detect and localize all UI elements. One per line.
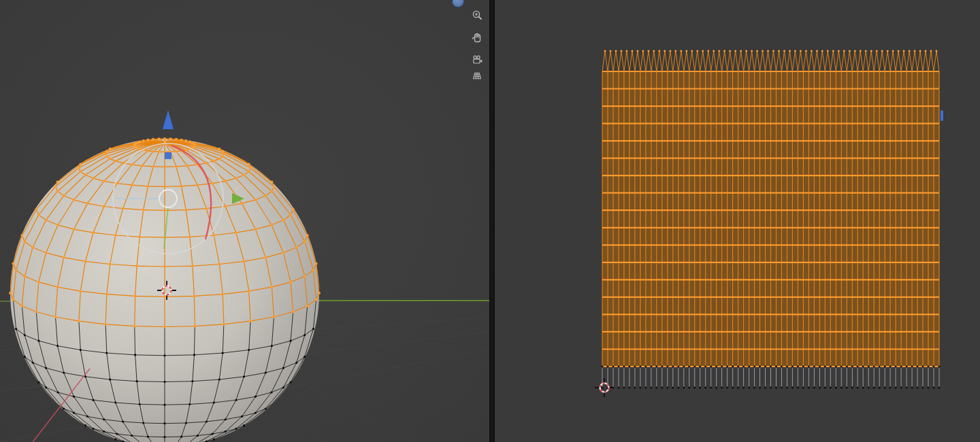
pan-hand-icon-glyph xyxy=(472,32,483,43)
viewport-controls xyxy=(470,7,485,83)
zoom-icon-glyph xyxy=(472,10,483,20)
uv-mesh[interactable] xyxy=(602,50,941,389)
camera-view-icon[interactable] xyxy=(470,52,485,67)
camera-view-icon-glyph xyxy=(472,54,483,65)
uv-editor-canvas[interactable] xyxy=(495,0,980,442)
viewport-3d-canvas[interactable] xyxy=(0,0,489,442)
zoom-icon[interactable] xyxy=(470,7,485,22)
scrollbar-indicator[interactable] xyxy=(941,110,943,121)
editor-divider[interactable] xyxy=(489,0,495,442)
blender-window xyxy=(0,0,980,442)
grid-perspective-icon[interactable] xyxy=(470,68,485,83)
pan-hand-icon[interactable] xyxy=(470,30,485,45)
viewport-3d[interactable] xyxy=(0,0,489,442)
grid-perspective-icon-glyph xyxy=(472,70,483,81)
viewport-uv-editor[interactable] xyxy=(495,0,980,442)
gizmo-z-handle-square[interactable] xyxy=(165,152,172,159)
